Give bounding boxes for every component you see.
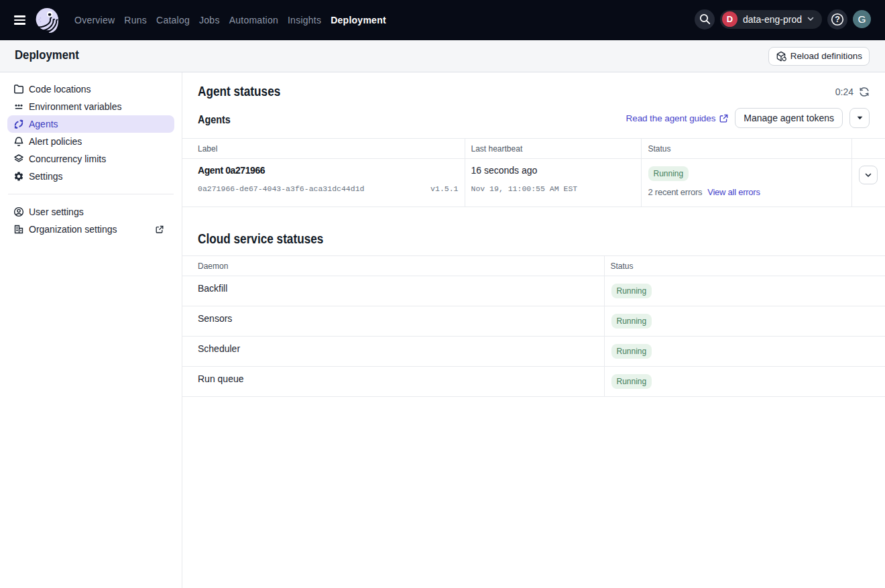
svg-text:?: ? bbox=[835, 15, 840, 24]
